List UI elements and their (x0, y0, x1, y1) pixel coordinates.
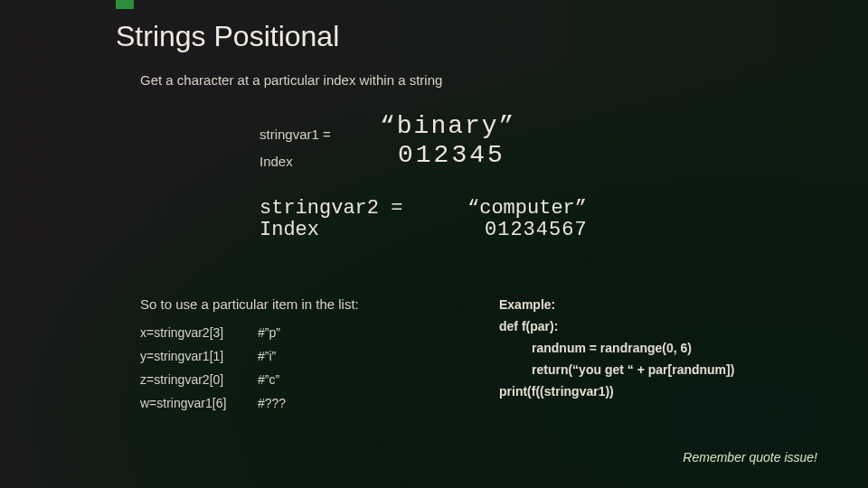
slide-title: Strings Positional (116, 20, 339, 53)
usage-heading: So to use a particular item in the list: (140, 296, 359, 312)
accent-tab (116, 0, 134, 9)
example1-index-value: 012345 (398, 141, 505, 169)
usage-code: x=stringvar2[3] (140, 322, 258, 345)
example1-assign-label: stringvar1 = (259, 127, 331, 142)
example2-index-label: Index (259, 219, 319, 241)
example2-assign-value: “computer” (467, 197, 587, 220)
example2-index-value: 01234567 (485, 219, 588, 241)
code-line: return(“you get “ + par[randnum]) (499, 359, 734, 380)
footnote: Remember quote issue! (683, 450, 817, 465)
usage-code: z=stringvar2[0] (140, 369, 258, 392)
code-line: print(f((stringvar1)) (499, 380, 734, 402)
usage-comment: #”p” (258, 325, 280, 340)
usage-row: w=stringvar1[6]#??? (140, 392, 286, 416)
example1-assign-value: “binary” (380, 112, 515, 140)
example2-assign-label: stringvar2 = (259, 197, 402, 220)
usage-row: y=stringvar1[1]#”i” (140, 345, 286, 369)
code-example-heading: Example: (499, 294, 734, 315)
usage-code: w=stringvar1[6] (140, 392, 258, 416)
usage-comment: #”c” (258, 372, 279, 387)
usage-row: x=stringvar2[3]#”p” (140, 322, 286, 345)
slide: Strings Positional Get a character at a … (0, 0, 868, 488)
usage-table: x=stringvar2[3]#”p” y=stringvar1[1]#”i” … (140, 322, 286, 416)
usage-comment: #”i” (258, 349, 276, 363)
usage-row: z=stringvar2[0]#”c” (140, 369, 286, 392)
usage-comment: #??? (258, 396, 286, 410)
code-example: Example: def f(par): randnum = randrange… (499, 294, 734, 402)
slide-subtitle: Get a character at a particular index wi… (140, 72, 442, 88)
code-line: def f(par): (499, 315, 734, 337)
usage-code: y=stringvar1[1] (140, 345, 258, 369)
code-line: randnum = randrange(0, 6) (499, 337, 692, 359)
example1-index-label: Index (259, 154, 293, 169)
